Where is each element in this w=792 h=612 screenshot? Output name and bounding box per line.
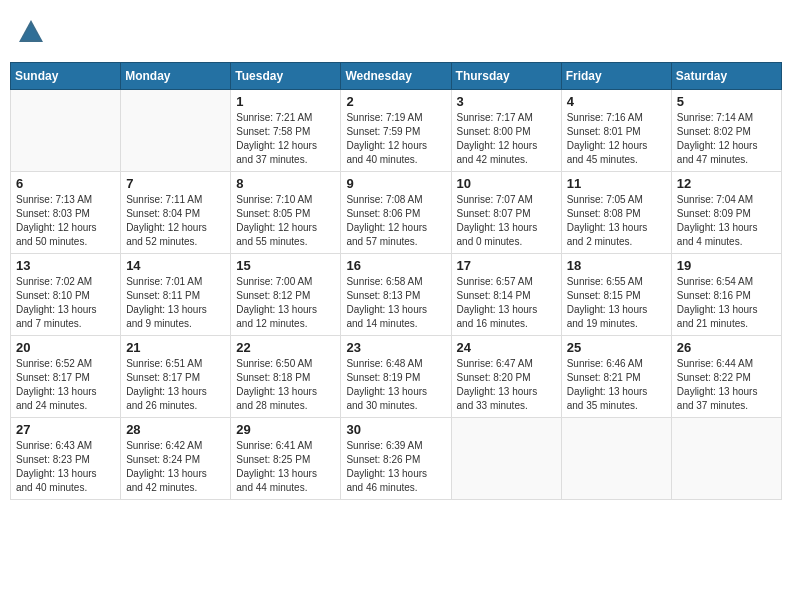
- calendar-day-19: 19Sunrise: 6:54 AM Sunset: 8:16 PM Dayli…: [671, 254, 781, 336]
- calendar-day-8: 8Sunrise: 7:10 AM Sunset: 8:05 PM Daylig…: [231, 172, 341, 254]
- day-info: Sunrise: 7:10 AM Sunset: 8:05 PM Dayligh…: [236, 193, 335, 249]
- day-info: Sunrise: 7:08 AM Sunset: 8:06 PM Dayligh…: [346, 193, 445, 249]
- weekday-header-sunday: Sunday: [11, 63, 121, 90]
- calendar-day-9: 9Sunrise: 7:08 AM Sunset: 8:06 PM Daylig…: [341, 172, 451, 254]
- calendar-week-row: 27Sunrise: 6:43 AM Sunset: 8:23 PM Dayli…: [11, 418, 782, 500]
- calendar-day-3: 3Sunrise: 7:17 AM Sunset: 8:00 PM Daylig…: [451, 90, 561, 172]
- calendar-week-row: 6Sunrise: 7:13 AM Sunset: 8:03 PM Daylig…: [11, 172, 782, 254]
- weekday-header-row: SundayMondayTuesdayWednesdayThursdayFrid…: [11, 63, 782, 90]
- day-number: 6: [16, 176, 115, 191]
- day-number: 21: [126, 340, 225, 355]
- day-number: 10: [457, 176, 556, 191]
- day-number: 7: [126, 176, 225, 191]
- day-info: Sunrise: 7:14 AM Sunset: 8:02 PM Dayligh…: [677, 111, 776, 167]
- day-number: 26: [677, 340, 776, 355]
- day-info: Sunrise: 6:57 AM Sunset: 8:14 PM Dayligh…: [457, 275, 556, 331]
- calendar-day-empty: [11, 90, 121, 172]
- day-info: Sunrise: 7:00 AM Sunset: 8:12 PM Dayligh…: [236, 275, 335, 331]
- weekday-header-monday: Monday: [121, 63, 231, 90]
- day-info: Sunrise: 7:13 AM Sunset: 8:03 PM Dayligh…: [16, 193, 115, 249]
- day-number: 2: [346, 94, 445, 109]
- header: [10, 10, 782, 54]
- day-info: Sunrise: 6:52 AM Sunset: 8:17 PM Dayligh…: [16, 357, 115, 413]
- day-number: 15: [236, 258, 335, 273]
- day-number: 19: [677, 258, 776, 273]
- calendar-day-23: 23Sunrise: 6:48 AM Sunset: 8:19 PM Dayli…: [341, 336, 451, 418]
- day-info: Sunrise: 7:21 AM Sunset: 7:58 PM Dayligh…: [236, 111, 335, 167]
- day-number: 9: [346, 176, 445, 191]
- day-info: Sunrise: 7:19 AM Sunset: 7:59 PM Dayligh…: [346, 111, 445, 167]
- calendar-day-15: 15Sunrise: 7:00 AM Sunset: 8:12 PM Dayli…: [231, 254, 341, 336]
- calendar-day-17: 17Sunrise: 6:57 AM Sunset: 8:14 PM Dayli…: [451, 254, 561, 336]
- calendar-table: SundayMondayTuesdayWednesdayThursdayFrid…: [10, 62, 782, 500]
- calendar-day-4: 4Sunrise: 7:16 AM Sunset: 8:01 PM Daylig…: [561, 90, 671, 172]
- calendar-day-12: 12Sunrise: 7:04 AM Sunset: 8:09 PM Dayli…: [671, 172, 781, 254]
- day-number: 14: [126, 258, 225, 273]
- day-number: 8: [236, 176, 335, 191]
- calendar-day-28: 28Sunrise: 6:42 AM Sunset: 8:24 PM Dayli…: [121, 418, 231, 500]
- calendar-day-24: 24Sunrise: 6:47 AM Sunset: 8:20 PM Dayli…: [451, 336, 561, 418]
- day-info: Sunrise: 7:17 AM Sunset: 8:00 PM Dayligh…: [457, 111, 556, 167]
- day-info: Sunrise: 7:16 AM Sunset: 8:01 PM Dayligh…: [567, 111, 666, 167]
- day-info: Sunrise: 6:46 AM Sunset: 8:21 PM Dayligh…: [567, 357, 666, 413]
- calendar-day-empty: [561, 418, 671, 500]
- day-info: Sunrise: 6:50 AM Sunset: 8:18 PM Dayligh…: [236, 357, 335, 413]
- day-number: 24: [457, 340, 556, 355]
- calendar-day-30: 30Sunrise: 6:39 AM Sunset: 8:26 PM Dayli…: [341, 418, 451, 500]
- day-info: Sunrise: 7:07 AM Sunset: 8:07 PM Dayligh…: [457, 193, 556, 249]
- day-number: 29: [236, 422, 335, 437]
- calendar-day-13: 13Sunrise: 7:02 AM Sunset: 8:10 PM Dayli…: [11, 254, 121, 336]
- logo-icon: [17, 18, 45, 46]
- weekday-header-tuesday: Tuesday: [231, 63, 341, 90]
- day-info: Sunrise: 7:11 AM Sunset: 8:04 PM Dayligh…: [126, 193, 225, 249]
- calendar-day-2: 2Sunrise: 7:19 AM Sunset: 7:59 PM Daylig…: [341, 90, 451, 172]
- calendar-day-6: 6Sunrise: 7:13 AM Sunset: 8:03 PM Daylig…: [11, 172, 121, 254]
- calendar-day-11: 11Sunrise: 7:05 AM Sunset: 8:08 PM Dayli…: [561, 172, 671, 254]
- day-info: Sunrise: 6:39 AM Sunset: 8:26 PM Dayligh…: [346, 439, 445, 495]
- weekday-header-wednesday: Wednesday: [341, 63, 451, 90]
- calendar-week-row: 13Sunrise: 7:02 AM Sunset: 8:10 PM Dayli…: [11, 254, 782, 336]
- weekday-header-thursday: Thursday: [451, 63, 561, 90]
- calendar-day-1: 1Sunrise: 7:21 AM Sunset: 7:58 PM Daylig…: [231, 90, 341, 172]
- day-number: 17: [457, 258, 556, 273]
- day-info: Sunrise: 6:48 AM Sunset: 8:19 PM Dayligh…: [346, 357, 445, 413]
- calendar-day-21: 21Sunrise: 6:51 AM Sunset: 8:17 PM Dayli…: [121, 336, 231, 418]
- day-info: Sunrise: 6:58 AM Sunset: 8:13 PM Dayligh…: [346, 275, 445, 331]
- day-number: 5: [677, 94, 776, 109]
- day-number: 12: [677, 176, 776, 191]
- day-number: 3: [457, 94, 556, 109]
- day-number: 4: [567, 94, 666, 109]
- day-info: Sunrise: 6:51 AM Sunset: 8:17 PM Dayligh…: [126, 357, 225, 413]
- day-number: 16: [346, 258, 445, 273]
- day-number: 11: [567, 176, 666, 191]
- day-number: 28: [126, 422, 225, 437]
- calendar-day-22: 22Sunrise: 6:50 AM Sunset: 8:18 PM Dayli…: [231, 336, 341, 418]
- day-info: Sunrise: 7:01 AM Sunset: 8:11 PM Dayligh…: [126, 275, 225, 331]
- calendar-week-row: 1Sunrise: 7:21 AM Sunset: 7:58 PM Daylig…: [11, 90, 782, 172]
- day-info: Sunrise: 7:05 AM Sunset: 8:08 PM Dayligh…: [567, 193, 666, 249]
- day-info: Sunrise: 6:43 AM Sunset: 8:23 PM Dayligh…: [16, 439, 115, 495]
- calendar-day-empty: [121, 90, 231, 172]
- weekday-header-saturday: Saturday: [671, 63, 781, 90]
- logo: [14, 18, 45, 46]
- day-number: 1: [236, 94, 335, 109]
- day-info: Sunrise: 7:02 AM Sunset: 8:10 PM Dayligh…: [16, 275, 115, 331]
- calendar-day-empty: [451, 418, 561, 500]
- calendar-day-29: 29Sunrise: 6:41 AM Sunset: 8:25 PM Dayli…: [231, 418, 341, 500]
- day-number: 25: [567, 340, 666, 355]
- calendar-day-26: 26Sunrise: 6:44 AM Sunset: 8:22 PM Dayli…: [671, 336, 781, 418]
- day-info: Sunrise: 6:44 AM Sunset: 8:22 PM Dayligh…: [677, 357, 776, 413]
- calendar-week-row: 20Sunrise: 6:52 AM Sunset: 8:17 PM Dayli…: [11, 336, 782, 418]
- calendar-day-7: 7Sunrise: 7:11 AM Sunset: 8:04 PM Daylig…: [121, 172, 231, 254]
- day-info: Sunrise: 6:41 AM Sunset: 8:25 PM Dayligh…: [236, 439, 335, 495]
- day-number: 22: [236, 340, 335, 355]
- calendar-day-16: 16Sunrise: 6:58 AM Sunset: 8:13 PM Dayli…: [341, 254, 451, 336]
- calendar-day-empty: [671, 418, 781, 500]
- day-number: 18: [567, 258, 666, 273]
- day-number: 13: [16, 258, 115, 273]
- day-number: 20: [16, 340, 115, 355]
- calendar-day-5: 5Sunrise: 7:14 AM Sunset: 8:02 PM Daylig…: [671, 90, 781, 172]
- calendar-day-18: 18Sunrise: 6:55 AM Sunset: 8:15 PM Dayli…: [561, 254, 671, 336]
- day-info: Sunrise: 6:47 AM Sunset: 8:20 PM Dayligh…: [457, 357, 556, 413]
- calendar-day-27: 27Sunrise: 6:43 AM Sunset: 8:23 PM Dayli…: [11, 418, 121, 500]
